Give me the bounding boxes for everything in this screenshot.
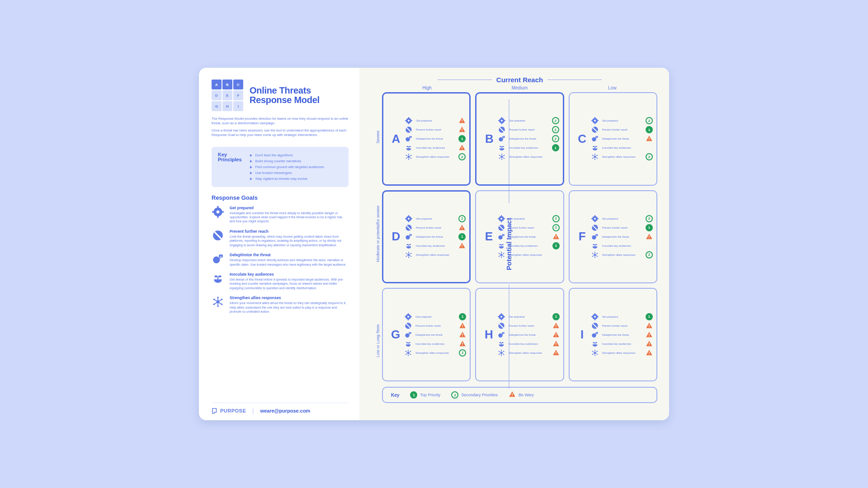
speak-icon [405, 135, 412, 142]
cell-goal-label: Delegitimize the threat [602, 333, 642, 336]
plant-icon [498, 242, 505, 249]
left-panel: ABCDEFGHI Online ThreatsResponse Model T… [199, 68, 359, 420]
priority-2-badge: 2 [552, 135, 559, 142]
axis-x-label: Current Reach [382, 76, 657, 84]
network-icon [405, 153, 412, 160]
cell-goal-row: Strengthen allies responses 2 [591, 153, 653, 160]
mini-grid-cell: G [212, 101, 222, 111]
block-icon [591, 224, 599, 231]
cell-goal-label: Strengthen allies responses [509, 253, 548, 256]
mini-grid-cell: A [212, 80, 222, 89]
cell-goal-row: Inoculate key audiences [591, 144, 653, 151]
principle-item: Stay vigilant as threats may evolve [250, 176, 324, 182]
response-goals: Response Goals Get preparedInvestigate a… [212, 194, 349, 319]
cell-letter: F [573, 230, 591, 244]
warning-icon [459, 331, 466, 338]
mini-grid-cell: H [222, 101, 232, 111]
cell-letter: B [480, 132, 498, 146]
cell-goal-label: Prevent further reach [602, 128, 642, 131]
warning-icon [646, 331, 653, 338]
network-icon [212, 296, 224, 308]
goal-body: Limit the threat spreading, which may in… [230, 235, 349, 247]
goal-title: Prevent further reach [230, 229, 349, 234]
cell-goal-row: Inoculate key audiences [591, 242, 653, 249]
priority-1-badge: 1 [552, 144, 559, 151]
cell-goal-row: Inoculate key audiences [498, 340, 559, 347]
cell-goal-row: Inoculate key audiences [591, 340, 653, 347]
legend-label: Key [391, 393, 399, 398]
matrix-cell-F: F Get prepared 2 Prevent further reach 1… [569, 190, 657, 284]
cell-goal-row: Strengthen allies responses 2 [405, 153, 466, 160]
warning-icon [552, 233, 560, 240]
model-sheet: ABCDEFGHI Online ThreatsResponse Model T… [199, 68, 669, 420]
cell-goal-label: Get prepared [416, 217, 455, 220]
cell-goal-label: Inoculate key audiences [602, 146, 642, 149]
matrix-cell-G: G Get prepared 1 Prevent further reach D… [382, 288, 471, 381]
speak-icon [591, 233, 599, 240]
priority-2-badge: 2 [458, 153, 466, 160]
cell-goal-row: Inoculate key audiences 1 [498, 144, 559, 151]
legend-item-label: Secondary Priorities [461, 393, 498, 397]
page-title: Online ThreatsResponse Model [250, 86, 320, 105]
goal-title: Get prepared [230, 206, 349, 210]
principle-item: Find common ground with targeted audienc… [250, 164, 324, 170]
cell-letter: A [387, 132, 405, 146]
block-icon [405, 126, 412, 133]
priority-2-badge: 2 [646, 251, 653, 258]
mini-grid-cell: B [222, 80, 232, 89]
priority-1-badge: 1 [458, 233, 466, 240]
network-icon [591, 349, 599, 357]
intro-text: The Response Model provides direction fo… [212, 117, 349, 141]
plant-icon [498, 144, 505, 151]
cell-goal-row: Delegitimize the threat 2 [498, 135, 559, 142]
cell-goal-label: Prevent further reach [509, 324, 548, 327]
brand-logo: PURPOSE [212, 408, 246, 414]
cell-goal-row: Strengthen allies responses [591, 349, 653, 357]
cell-goal-row: Strengthen allies responses 2 [405, 349, 466, 357]
priority-2-badge: 2 [552, 126, 559, 133]
cell-goal-label: Get prepared [509, 315, 548, 318]
block-icon [498, 126, 505, 133]
speak-icon [498, 135, 505, 142]
matrix-cell-E: E Get prepared 2 Prevent further reach 2… [475, 190, 564, 284]
network-icon [498, 153, 505, 160]
cell-goal-label: Strengthen allies responses [602, 352, 642, 354]
priority-1-badge: 1 [552, 242, 560, 249]
cell-goal-row: Get prepared 1 [498, 313, 559, 320]
plant-icon [591, 144, 599, 151]
warning-icon [458, 224, 466, 231]
cell-goal-row: Get prepared 2 [498, 117, 559, 124]
cell-goal-row: Delegitimize the threat [498, 233, 559, 240]
cell-goal-row: Get prepared 2 [591, 117, 653, 124]
mini-grid-cell: I [233, 101, 243, 111]
warning-icon [458, 242, 466, 249]
priority-2-badge: 2 [458, 215, 466, 222]
cell-goal-label: Strengthen allies responses [416, 253, 455, 256]
plant-icon [498, 340, 505, 347]
block-icon [591, 126, 599, 133]
cell-goal-row: Prevent further reach [591, 322, 653, 329]
mini-grid-cell: C [233, 80, 243, 89]
cell-goal-label: Strengthen allies responses [602, 253, 642, 256]
priority-2-badge: 2 [459, 349, 466, 357]
matrix-cell-D: D Get prepared 2 Prevent further reach D… [382, 190, 471, 284]
plant-icon [405, 144, 412, 151]
gear-icon [405, 313, 412, 320]
cell-goal-row: Prevent further reach [405, 126, 466, 133]
plant-icon [591, 242, 599, 249]
priority-1-badge: 1 [410, 391, 417, 399]
speak-icon [498, 233, 505, 240]
cell-goal-label: Get prepared [602, 119, 642, 122]
gear-icon [498, 117, 505, 124]
cell-goal-row: Get prepared 2 [498, 215, 559, 222]
cell-goal-label: Delegitimize the threat [415, 333, 455, 336]
legend-item: 1Top Priority [410, 391, 440, 399]
gear-icon [405, 117, 412, 124]
priority-1-badge: 1 [552, 313, 560, 320]
gear-icon [405, 215, 412, 222]
plant-icon [212, 272, 224, 285]
gear-icon [591, 215, 599, 222]
warning-icon [646, 322, 653, 329]
intro-paragraph: The Response Model provides direction fo… [212, 117, 349, 126]
gear-icon [498, 215, 505, 222]
